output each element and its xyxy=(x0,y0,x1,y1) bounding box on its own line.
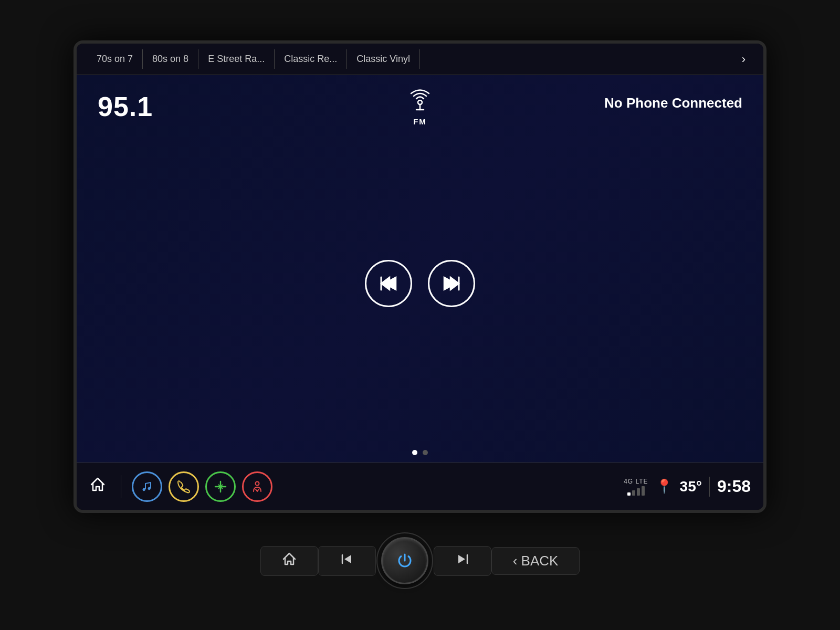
svg-point-11 xyxy=(256,481,259,485)
music-note-icon xyxy=(140,480,154,494)
signal-bar-2 xyxy=(632,490,635,496)
physical-back-button[interactable]: ‹ BACK xyxy=(491,547,580,575)
slide-dot-2 xyxy=(423,450,428,455)
phone-icon xyxy=(177,480,191,494)
signal-label: 4G LTE xyxy=(624,478,648,485)
physical-next-button[interactable] xyxy=(434,546,491,576)
navigation-button[interactable] xyxy=(205,471,236,502)
clock-display: 9:58 xyxy=(717,477,751,496)
physical-controls: ‹ BACK xyxy=(74,513,766,590)
signal-bar-4 xyxy=(642,486,645,496)
next-track-button[interactable] xyxy=(428,260,475,307)
svg-marker-15 xyxy=(458,555,465,563)
fm-icon-block: FM xyxy=(406,86,434,126)
svg-marker-13 xyxy=(344,555,351,563)
driver-button[interactable] xyxy=(242,471,272,502)
tab-estreet[interactable]: E Street Ra... xyxy=(198,49,275,69)
navigation-cross-icon xyxy=(214,480,227,494)
phone-button[interactable] xyxy=(169,471,199,502)
skip-back-icon xyxy=(377,272,400,295)
main-content-area: 95.1 FM No Phone Connected xyxy=(77,75,763,463)
tab-classic-re[interactable]: Classic Re... xyxy=(275,49,347,69)
frequency-display: 95.1 xyxy=(98,91,153,122)
fm-band-label: FM xyxy=(413,117,427,126)
signal-bar-1 xyxy=(627,492,631,496)
power-knob-container xyxy=(376,532,434,590)
tab-80s[interactable]: 80s on 8 xyxy=(143,49,198,69)
home-button[interactable] xyxy=(89,476,106,497)
slide-indicator xyxy=(77,450,763,463)
status-bar: 4G LTE 📍 35° 9:58 xyxy=(624,477,751,497)
signal-strength-block: 4G LTE xyxy=(624,478,648,496)
radio-antenna-icon xyxy=(406,86,434,114)
top-info-section: 95.1 FM No Phone Connected xyxy=(77,75,763,128)
playback-controls xyxy=(77,128,763,450)
car-infotainment-screen: 70s on 7 80s on 8 E Street Ra... Classic… xyxy=(74,40,766,513)
tab-70s[interactable]: 70s on 7 xyxy=(87,49,143,69)
taskbar: 4G LTE 📍 35° 9:58 xyxy=(77,463,763,510)
previous-track-button[interactable] xyxy=(365,260,412,307)
driver-icon xyxy=(250,480,264,494)
svg-marker-5 xyxy=(381,277,390,290)
channel-next-button[interactable]: › xyxy=(734,48,753,70)
taskbar-divider-1 xyxy=(121,475,121,498)
svg-marker-8 xyxy=(450,277,459,290)
location-icon: 📍 xyxy=(656,478,673,495)
tab-classic-vinyl[interactable]: Classic Vinyl xyxy=(347,49,420,69)
skip-forward-icon xyxy=(440,272,463,295)
physical-prev-button[interactable] xyxy=(318,546,376,576)
time-divider xyxy=(709,477,710,497)
slide-dot-1 xyxy=(412,450,417,455)
channel-tabs-bar: 70s on 7 80s on 8 E Street Ra... Classic… xyxy=(77,44,763,75)
signal-bars xyxy=(627,486,645,496)
temperature-display: 35° xyxy=(680,478,702,495)
music-button[interactable] xyxy=(132,471,162,502)
home-icon xyxy=(89,476,106,493)
no-phone-status: No Phone Connected xyxy=(604,91,742,111)
physical-home-button[interactable] xyxy=(260,546,318,576)
signal-bar-3 xyxy=(637,488,640,496)
knob-ring xyxy=(376,532,433,589)
